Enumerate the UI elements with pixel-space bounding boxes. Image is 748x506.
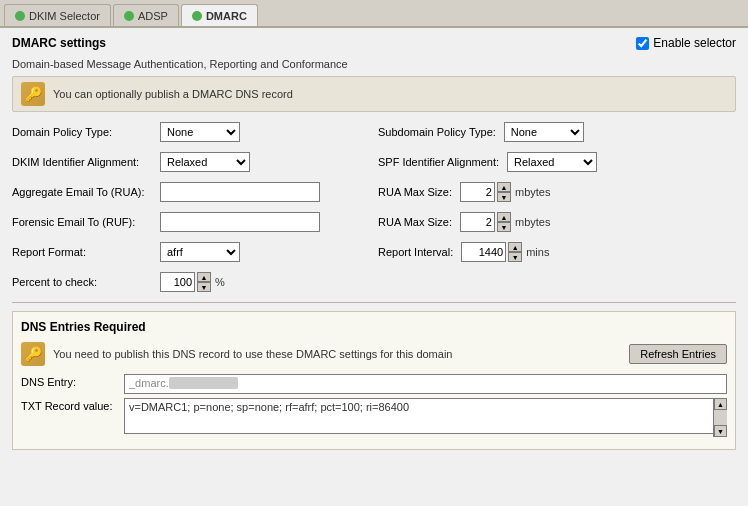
txt-scroll-up[interactable]: ▲ [714,398,727,410]
dmarc-tab-icon [192,11,202,21]
interval-spinner-buttons: ▲ ▼ [508,242,522,262]
forensic-email-group: Forensic Email To (RUF): [12,212,370,236]
txt-record-label: TXT Record value: [21,398,116,412]
refresh-entries-button[interactable]: Refresh Entries [629,344,727,364]
subdomain-policy-label: Subdomain Policy Type: [378,126,496,138]
report-format-select[interactable]: afrf iodef [160,242,240,262]
section-divider [12,302,736,303]
adsp-tab-icon [124,11,134,21]
dns-entry-row: DNS Entry: _dmarc.xxxxxxxxxx.xx [21,374,727,394]
percent-spinner: ▲ ▼ % [160,272,225,292]
rua-max-label: RUA Max Size: [378,186,452,198]
dns-entry-value: _dmarc.xxxxxxxxxx.xx [124,374,727,394]
aggregate-email-group: Aggregate Email To (RUA): [12,182,370,206]
forensic-email-label: Forensic Email To (RUF): [12,216,152,228]
enable-selector-group: Enable selector [636,36,736,50]
txt-record-row: TXT Record value: v=DMARC1; p=none; sp=n… [21,398,727,437]
domain-policy-group: Domain Policy Type: None quarantine reje… [12,122,370,146]
subdomain-policy-group: Subdomain Policy Type: None quarantine r… [378,122,736,146]
report-interval-spinner: ▲ ▼ mins [461,242,549,262]
ruf-spinner-buttons: ▲ ▼ [497,212,511,232]
tab-adsp[interactable]: ADSP [113,4,179,26]
percent-unit: % [215,276,225,288]
rua-max-down-btn[interactable]: ▼ [497,192,511,202]
spf-align-label: SPF Identifier Alignment: [378,156,499,168]
rua-max-spinner: ▲ ▼ mbytes [460,182,550,202]
ruf-max-down-btn[interactable]: ▼ [497,222,511,232]
ruf-max-group: RUA Max Size: ▲ ▼ mbytes [378,212,736,236]
report-format-group: Report Format: afrf iodef [12,242,370,266]
rua-row: Aggregate Email To (RUA): RUA Max Size: … [12,182,736,206]
tab-dmarc-label: DMARC [206,10,247,22]
ruf-max-up-btn[interactable]: ▲ [497,212,511,222]
aggregate-email-label: Aggregate Email To (RUA): [12,186,152,198]
dkim-tab-icon [15,11,25,21]
dmarc-info-box: 🔑 You can optionally publish a DMARC DNS… [12,76,736,112]
alignment-row: DKIM Identifier Alignment: Relaxed Stric… [12,152,736,176]
percent-label: Percent to check: [12,276,152,288]
dns-entry-text: _dmarc.xxxxxxxxxx.xx [129,377,238,389]
dns-section: DNS Entries Required 🔑 You need to publi… [12,311,736,450]
info-icon: 🔑 [21,82,45,106]
interval-up-btn[interactable]: ▲ [508,242,522,252]
report-interval-input[interactable] [461,242,506,262]
domain-policy-select[interactable]: None quarantine reject [160,122,240,142]
report-interval-unit: mins [526,246,549,258]
report-row: Report Format: afrf iodef Report Interva… [12,242,736,266]
dkim-align-group: DKIM Identifier Alignment: Relaxed Stric… [12,152,370,176]
subdomain-policy-select[interactable]: None quarantine reject [504,122,584,142]
enable-selector-checkbox[interactable] [636,37,649,50]
txt-record-value[interactable]: v=DMARC1; p=none; sp=none; rf=afrf; pct=… [124,398,727,434]
rua-spinner-buttons: ▲ ▼ [497,182,511,202]
percent-input[interactable] [160,272,195,292]
dmarc-section-header: DMARC settings Enable selector [12,36,736,50]
dkim-align-select[interactable]: Relaxed Strict [160,152,250,172]
rua-max-group: RUA Max Size: ▲ ▼ mbytes [378,182,736,206]
domain-policy-label: Domain Policy Type: [12,126,152,138]
spf-align-group: SPF Identifier Alignment: Relaxed Strict [378,152,736,176]
dkim-align-label: DKIM Identifier Alignment: [12,156,152,168]
ruf-max-spinner: ▲ ▼ mbytes [460,212,550,232]
interval-down-btn[interactable]: ▼ [508,252,522,262]
report-format-label: Report Format: [12,246,152,258]
rua-max-unit: mbytes [515,186,550,198]
dns-info-icon: 🔑 [21,342,45,366]
dns-entry-label: DNS Entry: [21,374,116,388]
dmarc-section-title: DMARC settings [12,36,106,50]
percent-spinner-buttons: ▲ ▼ [197,272,211,292]
txt-scrollbar: ▲ ▼ [713,398,727,437]
dns-info-row: 🔑 You need to publish this DNS record to… [21,342,727,366]
policy-row: Domain Policy Type: None quarantine reje… [12,122,736,146]
report-interval-label: Report Interval: [378,246,453,258]
percent-up-btn[interactable]: ▲ [197,272,211,282]
dns-section-title: DNS Entries Required [21,320,727,334]
ruf-max-input[interactable] [460,212,495,232]
tab-bar: DKIM Selector ADSP DMARC [0,0,748,28]
ruf-row: Forensic Email To (RUF): RUA Max Size: ▲… [12,212,736,236]
ruf-max-label: RUA Max Size: [378,216,452,228]
dns-info-left: 🔑 You need to publish this DNS record to… [21,342,452,366]
report-interval-group: Report Interval: ▲ ▼ mins [378,242,736,266]
txt-scroll-down[interactable]: ▼ [714,425,727,437]
percent-down-btn[interactable]: ▼ [197,282,211,292]
ruf-max-unit: mbytes [515,216,550,228]
forensic-email-input[interactable] [160,212,320,232]
dns-fields: DNS Entry: _dmarc.xxxxxxxxxx.xx TXT Reco… [21,374,727,437]
dmarc-description: Domain-based Message Authentication, Rep… [12,58,736,70]
dns-info-text: You need to publish this DNS record to u… [53,348,452,360]
main-content: DMARC settings Enable selector Domain-ba… [0,28,748,506]
dmarc-info-text: You can optionally publish a DMARC DNS r… [53,88,293,100]
tab-dkim[interactable]: DKIM Selector [4,4,111,26]
enable-selector-label: Enable selector [653,36,736,50]
tab-dkim-label: DKIM Selector [29,10,100,22]
tab-adsp-label: ADSP [138,10,168,22]
rua-max-input[interactable] [460,182,495,202]
spf-align-select[interactable]: Relaxed Strict [507,152,597,172]
tab-dmarc[interactable]: DMARC [181,4,258,26]
percent-row: Percent to check: ▲ ▼ % [12,272,736,292]
aggregate-email-input[interactable] [160,182,320,202]
rua-max-up-btn[interactable]: ▲ [497,182,511,192]
